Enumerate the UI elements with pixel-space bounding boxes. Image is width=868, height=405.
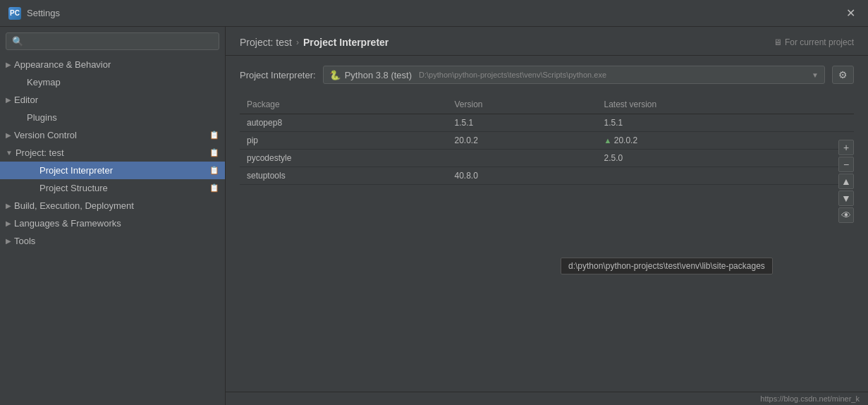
packages-table: Package Version Latest version autopep8 …	[240, 95, 854, 185]
interpreter-label: Project Interpreter:	[240, 70, 316, 80]
package-latest: 1.5.1	[597, 114, 833, 132]
app-icon: PC	[8, 7, 21, 20]
table-row[interactable]: autopep8 1.5.1 1.5.1	[240, 114, 854, 132]
copy-icon: 📋	[209, 183, 219, 193]
settings-window: PC Settings ✕ 🔍 ▶ Appearance & Behavior …	[0, 0, 868, 405]
interpreter-value: Python 3.8 (test)	[345, 70, 412, 80]
arrow-icon: ▶	[6, 202, 11, 210]
scroll-up-button[interactable]: ▲	[838, 174, 854, 189]
for-current-project: 🖥 For current project	[774, 37, 854, 47]
sidebar-item-label: Version Control	[14, 130, 77, 140]
package-version: 1.5.1	[447, 114, 597, 132]
sidebar-item-label: Editor	[14, 95, 38, 105]
plus-icon: +	[843, 142, 849, 153]
eye-icon: 👁	[841, 210, 851, 221]
search-box[interactable]: 🔍	[6, 32, 219, 50]
package-version	[447, 150, 597, 167]
copy-icon: 📋	[209, 166, 219, 175]
status-url: https://blog.csdn.net/miner_k	[760, 394, 860, 403]
sidebar-item-label: Project: test	[16, 147, 64, 158]
arrow-icon: ▶	[6, 96, 11, 104]
copy-icon: 📋	[209, 148, 219, 157]
packages-section: Package Version Latest version autopep8 …	[240, 95, 854, 382]
sidebar-item-plugins[interactable]: Plugins	[0, 109, 225, 126]
package-name: autopep8	[240, 114, 447, 132]
chevron-down-icon: ▼	[812, 71, 819, 79]
arrow-icon: ▶	[6, 131, 11, 139]
sidebar-item-label: Languages & Frameworks	[14, 218, 121, 229]
eye-button[interactable]: 👁	[838, 207, 854, 223]
status-bar: https://blog.csdn.net/miner_k	[226, 392, 868, 405]
tooltip-text: d:\python\python-projects\test\venv\lib\…	[568, 261, 765, 271]
breadcrumb: Project: test › Project Interpreter	[240, 37, 755, 48]
down-arrow-icon: ▼	[841, 193, 851, 204]
python-icon: 🐍	[329, 69, 341, 80]
main-panel: Project: test › Project Interpreter 🖥 Fo…	[226, 27, 868, 392]
sidebar-item-build-execution[interactable]: ▶ Build, Execution, Deployment	[0, 197, 225, 214]
package-name: setuptools	[240, 167, 447, 185]
add-package-button[interactable]: +	[838, 140, 854, 155]
window-title: Settings	[27, 8, 842, 18]
sidebar-item-label: Project Structure	[39, 183, 108, 193]
sidebar-item-label: Project Interpreter	[39, 165, 113, 176]
col-version: Version	[447, 95, 597, 114]
sidebar-item-keymap[interactable]: Keymap	[0, 73, 225, 91]
sidebar-item-label: Appearance & Behavior	[14, 59, 111, 70]
gear-button[interactable]: ⚙	[832, 66, 854, 84]
sidebar-item-label: Tools	[14, 236, 35, 246]
gear-icon: ⚙	[838, 69, 848, 80]
title-bar: PC Settings ✕	[0, 0, 868, 27]
panel-header: Project: test › Project Interpreter 🖥 Fo…	[226, 27, 868, 56]
package-latest	[597, 167, 833, 185]
table-row[interactable]: pycodestyle 2.5.0	[240, 150, 854, 167]
breadcrumb-parent: Project: test	[240, 37, 292, 48]
arrow-icon: ▶	[6, 61, 11, 68]
sidebar-item-tools[interactable]: ▶ Tools	[0, 232, 225, 250]
interpreter-row: Project Interpreter: 🐍 Python 3.8 (test)…	[240, 66, 854, 84]
sidebar-item-project-interpreter[interactable]: Project Interpreter 📋	[0, 162, 225, 179]
sidebar-item-project-test[interactable]: ▼ Project: test 📋	[0, 144, 225, 162]
arrow-icon: ▶	[6, 219, 11, 227]
scroll-down-button[interactable]: ▼	[838, 191, 854, 206]
monitor-icon: 🖥	[774, 37, 782, 47]
tooltip: d:\python\python-projects\test\venv\lib\…	[561, 258, 773, 274]
search-icon: 🔍	[12, 36, 23, 47]
package-name: pycodestyle	[240, 150, 447, 167]
upgrade-arrow: ▲	[604, 136, 611, 145]
package-latest: ▲ 20.0.2	[597, 132, 833, 150]
search-input[interactable]	[26, 37, 213, 47]
table-row[interactable]: setuptools 40.8.0	[240, 167, 854, 185]
package-latest: 2.5.0	[597, 150, 833, 167]
sidebar-item-appearance[interactable]: ▶ Appearance & Behavior	[0, 56, 225, 73]
table-actions: + − ▲ ▼ 👁	[838, 140, 854, 223]
sidebar-item-project-structure[interactable]: Project Structure 📋	[0, 179, 225, 197]
arrow-icon: ▶	[6, 237, 11, 245]
interpreter-path: D:\python\python-projects\test\venv\Scri…	[419, 71, 606, 79]
up-arrow-icon: ▲	[841, 176, 851, 187]
sidebar-item-version-control[interactable]: ▶ Version Control 📋	[0, 126, 225, 144]
sidebar-item-editor[interactable]: ▶ Editor	[0, 91, 225, 109]
breadcrumb-separator: ›	[296, 37, 299, 47]
sidebar-item-label: Build, Execution, Deployment	[14, 200, 134, 211]
sidebar-item-label: Plugins	[27, 112, 57, 123]
interpreter-select[interactable]: 🐍 Python 3.8 (test) D:\python\python-pro…	[323, 66, 825, 84]
main-content: 🔍 ▶ Appearance & Behavior Keymap ▶ Edito…	[0, 27, 868, 405]
panel-body: Project Interpreter: 🐍 Python 3.8 (test)…	[226, 56, 868, 392]
copy-icon: 📋	[209, 131, 219, 140]
sidebar-item-label: Keymap	[27, 77, 61, 87]
sidebar: 🔍 ▶ Appearance & Behavior Keymap ▶ Edito…	[0, 27, 226, 405]
sidebar-item-languages[interactable]: ▶ Languages & Frameworks	[0, 214, 225, 232]
latest-version: 20.0.2	[614, 135, 637, 145]
package-version: 20.0.2	[447, 132, 597, 150]
panel-wrapper: Project: test › Project Interpreter 🖥 Fo…	[226, 27, 868, 405]
remove-package-button[interactable]: −	[838, 157, 854, 172]
minus-icon: −	[843, 159, 849, 170]
close-button[interactable]: ✕	[842, 5, 860, 21]
package-name: pip	[240, 132, 447, 150]
for-current-label: For current project	[785, 37, 854, 47]
arrow-icon: ▼	[6, 149, 13, 157]
col-latest: Latest version	[597, 95, 833, 114]
table-row[interactable]: pip 20.0.2 ▲ 20.0.2	[240, 132, 854, 150]
package-version: 40.8.0	[447, 167, 597, 185]
breadcrumb-current: Project Interpreter	[303, 37, 389, 48]
